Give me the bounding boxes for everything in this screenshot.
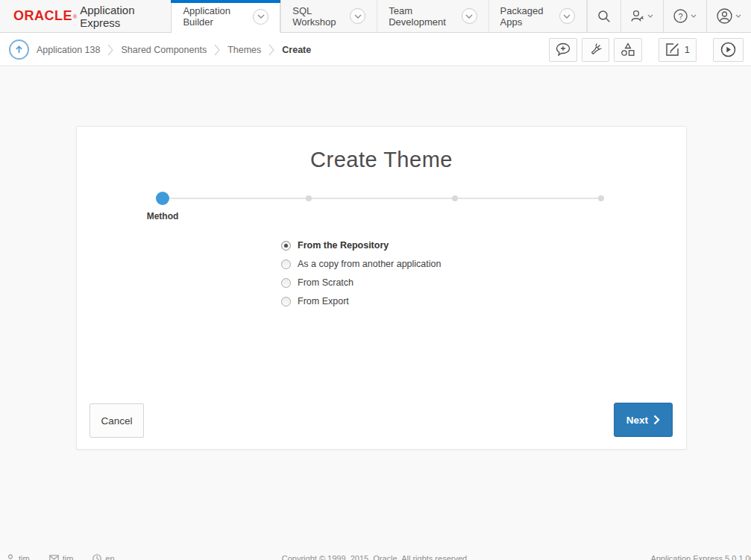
method-radio-group: From the Repository As a copy from anoth…	[281, 240, 441, 315]
spotlight-search-icon[interactable]	[582, 38, 609, 62]
radio-option-from-scratch[interactable]: From Scratch	[281, 277, 441, 288]
page-footer: tim tim en Copyright © 1999, 2015, Oracl…	[0, 552, 751, 560]
chevron-down-icon[interactable]	[462, 8, 477, 24]
oracle-logo[interactable]: ORACLE ® Application Express	[0, 0, 171, 32]
chevron-down-icon	[691, 14, 697, 18]
radio-option-from-repository[interactable]: From the Repository	[281, 240, 441, 251]
page-toolbar: 1	[549, 38, 744, 62]
top-navigation-bar: ORACLE ® Application Express Application…	[0, 0, 751, 33]
footer-user-label: tim	[19, 554, 30, 560]
breadcrumb-create: Create	[282, 45, 311, 55]
wizard-step-label: Method	[133, 211, 192, 221]
chevron-down-icon[interactable]	[253, 9, 268, 25]
breadcrumb-application[interactable]: Application 138	[37, 45, 100, 55]
radio-option-from-export[interactable]: From Export	[281, 296, 441, 306]
administration-icon[interactable]	[621, 0, 663, 32]
run-page-icon[interactable]	[713, 38, 744, 62]
wizard-step-dot	[306, 195, 312, 201]
tab-label: SQL Workshop	[292, 5, 343, 28]
chevron-down-icon[interactable]	[350, 8, 365, 24]
chevron-right-icon	[214, 44, 220, 56]
footer-workspace-label: tim	[63, 554, 74, 560]
chevron-right-icon	[268, 44, 274, 56]
tab-sql-workshop[interactable]: SQL Workshop	[280, 0, 377, 32]
main-tabs: Application Builder SQL Workshop Team De…	[171, 0, 587, 32]
search-icon[interactable]	[588, 0, 620, 32]
breadcrumb-themes[interactable]: Themes	[227, 45, 261, 55]
wizard-progress-bar: Method	[163, 198, 601, 199]
radio-option-copy-from-application[interactable]: As a copy from another application	[281, 259, 441, 269]
chevron-down-icon[interactable]	[559, 8, 575, 24]
chevron-right-icon	[653, 415, 660, 425]
footer-version: Application Express 5.0.1.00.0	[650, 554, 751, 560]
radio-button-icon[interactable]	[281, 241, 291, 251]
chevron-right-icon	[107, 44, 113, 56]
header-utility-icons: ?	[587, 0, 751, 32]
footer-copyright: Copyright © 1999, 2015, Oracle. All righ…	[282, 554, 469, 560]
breadcrumb: Application 138 Shared Components Themes…	[37, 44, 311, 56]
radio-option-label: From Scratch	[298, 277, 353, 288]
oracle-brand-text: ORACLE	[13, 8, 72, 24]
shared-components-icon[interactable]	[614, 38, 642, 62]
create-theme-wizard-card: Create Theme Method From the Repository …	[76, 126, 687, 450]
tab-label: Team Development	[389, 5, 454, 28]
edit-page-number: 1	[685, 44, 690, 55]
next-button[interactable]: Next	[614, 403, 673, 437]
svg-text:?: ?	[678, 12, 682, 21]
help-icon[interactable]: ?	[664, 0, 706, 32]
edit-page-button[interactable]: 1	[659, 38, 697, 62]
breadcrumb-bar: Application 138 Shared Components Themes…	[0, 34, 751, 66]
wizard-step-dot	[452, 195, 458, 201]
footer-language-label: en	[105, 554, 114, 560]
tab-team-development[interactable]: Team Development	[377, 0, 488, 32]
tab-label: Packaged Apps	[500, 5, 553, 28]
radio-option-label: From Export	[298, 296, 349, 306]
radio-button-icon[interactable]	[281, 297, 291, 306]
wizard-step-dot-active	[156, 192, 169, 205]
radio-option-label: As a copy from another application	[298, 259, 441, 269]
breadcrumb-shared-components[interactable]: Shared Components	[121, 45, 207, 55]
main-content: Create Theme Method From the Repository …	[0, 67, 751, 560]
footer-language: en	[92, 554, 114, 560]
tab-application-builder[interactable]: Application Builder	[171, 0, 280, 33]
chevron-down-icon	[647, 14, 653, 18]
page-title: Create Theme	[77, 148, 686, 172]
product-name-text: Application Express	[80, 4, 156, 29]
next-button-label: Next	[626, 415, 648, 426]
account-icon[interactable]	[707, 0, 751, 32]
cancel-button[interactable]: Cancel	[89, 403, 144, 438]
chevron-down-icon	[735, 14, 741, 18]
registered-mark: ®	[73, 14, 77, 19]
radio-button-icon[interactable]	[281, 259, 291, 269]
footer-workspace: tim	[49, 554, 74, 560]
up-level-icon[interactable]	[9, 40, 29, 60]
tab-label: Application Builder	[183, 5, 246, 28]
feedback-icon[interactable]	[549, 38, 577, 62]
radio-option-label: From the Repository	[298, 240, 389, 251]
wizard-step-dot	[598, 195, 604, 201]
footer-user: tim	[6, 554, 30, 560]
radio-button-icon[interactable]	[281, 278, 291, 288]
tab-packaged-apps[interactable]: Packaged Apps	[488, 0, 587, 32]
edit-page-icon	[665, 43, 679, 57]
